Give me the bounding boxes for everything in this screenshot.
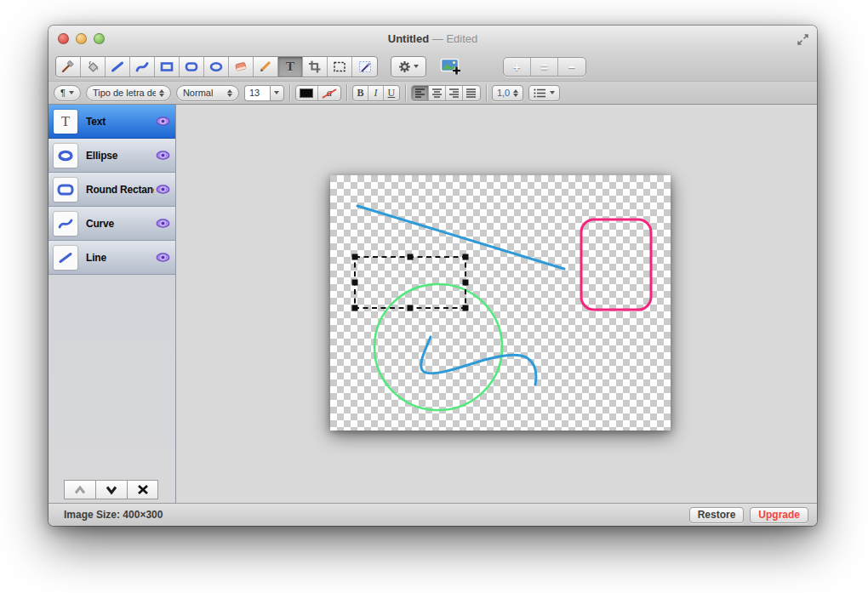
- round-rectangle-layer-icon: [57, 184, 74, 196]
- tool-strip: T: [55, 56, 378, 77]
- chevron-down-icon: [550, 91, 555, 94]
- layer-row-text[interactable]: T Text: [49, 105, 175, 139]
- bold-button[interactable]: B: [353, 86, 368, 100]
- line-layer-icon: [57, 251, 74, 265]
- layer-thumbnail: T: [54, 110, 77, 134]
- align-center-button[interactable]: [429, 86, 446, 100]
- chevron-down-icon: [105, 485, 118, 495]
- line-spacing-stepper[interactable]: 1,0: [492, 85, 523, 101]
- font-family-value: Tipo de letra de…: [93, 88, 156, 98]
- delete-layer-button[interactable]: [127, 480, 158, 499]
- drawing-canvas[interactable]: [330, 175, 671, 430]
- text-outline-color-button[interactable]: a: [318, 86, 340, 100]
- restore-button[interactable]: Restore: [689, 507, 745, 523]
- image-add-icon: [440, 58, 462, 75]
- tool-pencil[interactable]: [254, 57, 278, 77]
- close-x-icon: [137, 484, 149, 495]
- visibility-eye-icon[interactable]: [156, 148, 170, 163]
- layer-row-round-rectangle[interactable]: Round Rectangle: [49, 173, 175, 207]
- shape-curve[interactable]: [421, 337, 536, 385]
- curve-layer-icon: [57, 217, 74, 231]
- shape-line[interactable]: [357, 206, 564, 269]
- tool-text[interactable]: T: [278, 57, 303, 77]
- paragraph-style-button[interactable]: ¶: [54, 85, 81, 101]
- font-size-dropdown-arrow[interactable]: [270, 85, 284, 101]
- zoom-in-button[interactable]: +: [504, 58, 531, 76]
- bold-italic-underline-group: B I U: [352, 85, 400, 101]
- ellipse-layer-icon: [57, 150, 74, 162]
- desktop: Untitled — Edited: [0, 0, 868, 593]
- layer-row-curve[interactable]: Curve: [49, 207, 175, 241]
- tool-magic-wand[interactable]: [352, 57, 377, 77]
- list-style-button[interactable]: [528, 85, 560, 101]
- tool-select[interactable]: [328, 57, 352, 77]
- tool-ellipse[interactable]: [204, 57, 229, 77]
- tool-fill[interactable]: [81, 57, 106, 77]
- status-buttons: Restore Upgrade: [689, 507, 808, 523]
- shape-ellipse[interactable]: [374, 284, 502, 410]
- main-toolbar: T: [49, 52, 817, 81]
- shape-round-rectangle[interactable]: [581, 220, 651, 310]
- close-button[interactable]: [58, 33, 69, 44]
- align-left-button[interactable]: [412, 86, 429, 100]
- title-bar: Untitled — Edited: [49, 26, 817, 52]
- tool-curve[interactable]: [130, 57, 155, 77]
- tool-rounded-rectangle[interactable]: [180, 57, 204, 77]
- move-layer-down-button[interactable]: [95, 480, 127, 499]
- text-color-well[interactable]: [296, 86, 318, 100]
- move-layer-up-button[interactable]: [64, 480, 95, 499]
- divider: [346, 84, 347, 101]
- list-icon: [534, 88, 546, 98]
- fullscreen-icon[interactable]: [797, 33, 808, 48]
- zoom-button[interactable]: [94, 33, 105, 44]
- layer-label: Round Rectangle: [86, 184, 154, 196]
- font-style-value: Normal: [183, 88, 213, 98]
- layer-row-ellipse[interactable]: Ellipse: [49, 139, 175, 173]
- actual-size-button[interactable]: =: [531, 58, 558, 76]
- tool-crop[interactable]: [303, 57, 328, 77]
- layer-thumbnail: [54, 144, 77, 168]
- minimize-button[interactable]: [76, 33, 87, 44]
- visibility-eye-icon[interactable]: [156, 216, 170, 231]
- visibility-eye-icon[interactable]: [156, 114, 170, 129]
- italic-button[interactable]: I: [368, 86, 384, 100]
- canvas-area: [176, 105, 817, 503]
- insert-image-button[interactable]: [440, 58, 462, 75]
- underline-button[interactable]: U: [384, 86, 399, 100]
- text-color-group: a: [295, 85, 341, 101]
- tool-line[interactable]: [106, 57, 130, 77]
- chevron-down-icon: [414, 65, 419, 68]
- font-family-dropdown[interactable]: Tipo de letra de…: [86, 85, 171, 101]
- selection-marquee[interactable]: [355, 257, 465, 308]
- tool-rectangle[interactable]: [155, 57, 180, 77]
- layer-thumbnail: [54, 178, 77, 202]
- text-format-bar: ¶ Tipo de letra de… Normal 13: [49, 81, 817, 105]
- tool-eraser[interactable]: [229, 57, 254, 77]
- app-window: Untitled — Edited: [49, 26, 817, 526]
- text-layer-icon: T: [61, 113, 70, 130]
- tool-eyedropper[interactable]: [56, 57, 81, 77]
- layer-label: Text: [86, 116, 154, 128]
- selection-handles[interactable]: [352, 254, 469, 311]
- gear-icon: [398, 60, 411, 73]
- layer-row-line[interactable]: Line: [49, 241, 175, 275]
- red-slash-icon: [321, 87, 338, 100]
- align-right-button[interactable]: [446, 86, 463, 100]
- upgrade-button[interactable]: Upgrade: [750, 507, 808, 523]
- content-area: T Text Ellipse: [49, 105, 817, 503]
- zoom-controls: + = −: [503, 57, 586, 77]
- action-menu-button[interactable]: [391, 56, 426, 77]
- visibility-eye-icon[interactable]: [156, 250, 170, 265]
- font-size-value[interactable]: 13: [244, 85, 270, 101]
- divider: [486, 84, 487, 101]
- layer-label: Curve: [86, 218, 154, 230]
- layer-thumbnail: [54, 212, 77, 236]
- color-swatch-black: [300, 88, 313, 98]
- font-style-dropdown[interactable]: Normal: [176, 85, 239, 101]
- visibility-eye-icon[interactable]: [156, 182, 170, 197]
- document-edited-status: — Edited: [432, 32, 477, 45]
- zoom-out-button[interactable]: −: [558, 58, 585, 76]
- font-size-combo[interactable]: 13: [244, 85, 284, 101]
- align-justify-button[interactable]: [463, 86, 480, 100]
- layer-label: Line: [86, 252, 154, 264]
